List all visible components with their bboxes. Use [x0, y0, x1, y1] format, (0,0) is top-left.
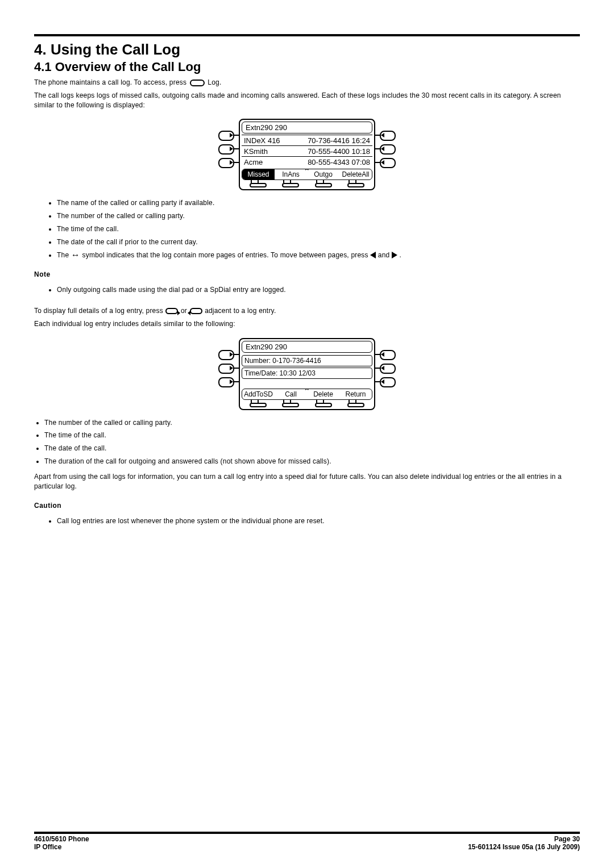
caution-label: Caution [34, 501, 580, 511]
right-soft-button-icon [375, 349, 396, 360]
bullet-list-1: The name of the called or calling party … [57, 198, 580, 260]
bottom-button-icon [282, 183, 299, 187]
softkey-delete: Delete [307, 389, 339, 399]
right-soft-button-icon [375, 363, 396, 373]
text: adjacent to a log entry. [205, 307, 276, 315]
bullet-item: The time of the call. [44, 431, 580, 440]
log-name: KSmith [244, 147, 268, 156]
call-log-entry-diagram: Extn290 290 Number: 0-170-736-4416 Time/… [34, 338, 580, 410]
entry-time-line: Time/Date: 10:30 12/03 [242, 368, 372, 379]
softkey-row: ↔ Missed InAns Outgo DeleteAll [242, 169, 372, 180]
log-row: KSmith 70-555-4400 10:18 [242, 145, 372, 156]
bullet-item: Call log entries are lost whenever the p… [57, 516, 580, 526]
bullet-item: The number of the called or calling part… [44, 418, 580, 428]
double-arrow-icon: ↔ [71, 251, 80, 260]
screen-title: Extn290 290 [242, 341, 372, 353]
bottom-button-icon [250, 403, 267, 407]
bullet-item: The date of the call. [44, 444, 580, 453]
left-arrow-icon [370, 252, 376, 258]
log-name: INDeX 416 [244, 136, 280, 145]
softkey-addtosd: AddToSD [242, 389, 275, 399]
text: and [378, 251, 392, 259]
softkey-row: ↔ AddToSD Call Delete Return [242, 389, 372, 400]
phone-screen: Extn290 290 Number: 0-170-736-4416 Time/… [239, 338, 375, 410]
paragraph-display-details: To display full details of a log entry, … [34, 306, 580, 316]
screen-title: Extn290 290 [242, 122, 372, 133]
bottom-button-icon [250, 183, 267, 187]
text: The phone maintains a call log. To acces… [34, 78, 189, 86]
softkey-missed: Missed [242, 169, 275, 180]
bottom-button-icon [282, 403, 299, 407]
oval-right-button-icon [165, 308, 178, 314]
bullet-item: Only outgoing calls made using the dial … [57, 285, 580, 295]
softkey-outgo: Outgo [307, 169, 339, 180]
bullet-list-2: The number of the called or calling part… [44, 418, 580, 466]
entry-number-line: Number: 0-170-736-4416 [242, 355, 372, 366]
left-soft-button-icon [218, 377, 239, 387]
softkey-inans: InAns [275, 169, 307, 180]
bullet-item: The name of the called or calling party … [57, 198, 580, 208]
right-soft-button-icon [375, 377, 396, 387]
caution-list: Call log entries are lost whenever the p… [57, 516, 580, 526]
right-arrow-icon [392, 252, 397, 258]
bullet-item: The ↔ symbol indicates that the log cont… [57, 251, 580, 260]
oval-left-button-icon [190, 308, 202, 314]
text: . [400, 251, 402, 259]
log-detail: 80-555-4343 07:08 [308, 158, 370, 166]
left-soft-button-icon [218, 157, 239, 168]
phone-screen: Extn290 290 INDeX 416 70-736-4416 16:24 … [239, 119, 375, 190]
log-row: INDeX 416 70-736-4416 16:24 [242, 135, 372, 145]
text: To display full details of a log entry, … [34, 307, 165, 315]
softkey-deleteall: DeleteAll [339, 169, 372, 180]
text: symbol indicates that the log contain mo… [82, 251, 371, 259]
log-detail: 70-555-4400 10:18 [308, 147, 370, 156]
bottom-button-icon [315, 183, 332, 187]
left-soft-button-icon [218, 144, 239, 154]
paragraph-usage: Apart from using the call logs for infor… [34, 472, 580, 491]
section-heading: 4. Using the Call Log [34, 41, 580, 59]
right-soft-button-icon [375, 157, 396, 168]
left-soft-button-icon [218, 363, 239, 373]
bullet-item: The date of the call if prior to the cur… [57, 237, 580, 247]
note-label: Note [34, 270, 580, 279]
text: The [57, 251, 71, 259]
bullet-item: The duration of the call for outgoing an… [44, 457, 580, 466]
paragraph-entry-details: Each individual log entry includes detai… [34, 319, 580, 329]
log-name: Acme [244, 158, 263, 166]
left-soft-button-icon [218, 349, 239, 360]
bottom-button-icon [315, 403, 332, 407]
note-list: Only outgoing calls made using the dial … [57, 285, 580, 295]
bullet-item: The time of the call. [57, 224, 580, 234]
subsection-heading: 4.1 Overview of the Call Log [34, 60, 580, 74]
softkey-return: Return [339, 389, 372, 399]
softkey-call: Call [275, 389, 307, 399]
bullet-item: The number of the called or calling part… [57, 211, 580, 221]
bottom-button-icon [347, 183, 364, 187]
paragraph-logs: The call logs keeps logs of missed calls… [34, 91, 580, 110]
text: Log. [208, 78, 221, 86]
right-soft-button-icon [375, 144, 396, 154]
oval-button-icon [190, 80, 205, 86]
left-soft-button-icon [218, 130, 239, 140]
bottom-button-icon [347, 403, 364, 407]
log-detail: 70-736-4416 16:24 [308, 136, 370, 145]
call-log-list-diagram: Extn290 290 INDeX 416 70-736-4416 16:24 … [34, 119, 580, 190]
right-soft-button-icon [375, 130, 396, 140]
paragraph-access: The phone maintains a call log. To acces… [34, 78, 580, 87]
